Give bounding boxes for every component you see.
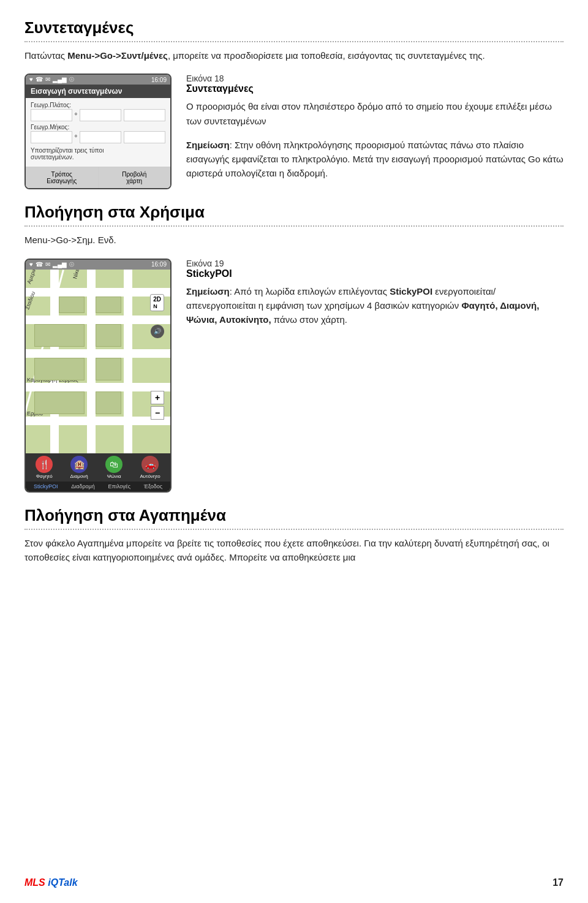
phone1-signal-icon: ▂▄▆	[53, 76, 67, 83]
phone1-status-bar: ♥ ☎ ✉ ▂▄▆ ⦾ 16:09	[26, 75, 170, 85]
page-number: 17	[552, 877, 564, 888]
map-block6	[96, 358, 121, 380]
phone1-lon-field3[interactable]	[124, 131, 165, 143]
phone2-sticky-bar: StickyPOI Διαδρομή Επιλογές Έξοδος	[26, 482, 170, 491]
section3-text: Στον φάκελο Αγαπημένα μπορείτε να βρείτε…	[24, 536, 564, 565]
section1-content: ♥ ☎ ✉ ▂▄▆ ⦾ 16:09 Εισαγωγή συντεταγμένων…	[24, 74, 564, 189]
phone1-btn2[interactable]: Προβολήχάρτη	[99, 167, 171, 188]
map-zoom-out[interactable]: −	[151, 406, 164, 420]
phone1-lat-field2[interactable]	[80, 109, 121, 121]
phone2-time: 16:09	[151, 261, 167, 268]
phone1-lon-field1[interactable]	[31, 131, 72, 143]
shop-icon-circle: 🛍	[105, 456, 123, 473]
section1-note-text: : Στην οθόνη πληκτρολόγησης προορισμού π…	[186, 140, 564, 179]
section2-note: Σημείωση: Από τη λωρίδα επιλογών επιλέγο…	[186, 284, 564, 327]
phone1-wifi-icon: ⦾	[69, 76, 74, 83]
section-ploi-xrisima: Πλοήγηση στα Χρήσιμα Menu->Go->Σημ. Ενδ.	[24, 203, 564, 247]
figure19-caption: Εικόνα 19 StickyPOI	[186, 259, 564, 279]
map-road-h5	[26, 417, 170, 425]
phone2-icon-food[interactable]: 🍴 Φαγητό	[36, 456, 53, 479]
section1-note-label: Σημείωση	[186, 140, 230, 150]
phone1-status-icons: ♥ ☎ ✉ ▂▄▆ ⦾	[29, 76, 74, 83]
phone1-bottom-bar: ΤρόποςΕισαγωγής Προβολήχάρτη	[26, 167, 170, 188]
phone-mockup-2: ♥ ☎ ✉ ▂▄▆ ⦾ 16:09	[24, 259, 172, 493]
exit-btn[interactable]: Έξοδος	[144, 483, 162, 489]
figure18-caption: Εικόνα 18 Συντεταγμένες	[186, 74, 564, 94]
phone1-lon-fields: °	[31, 131, 165, 143]
section2-subtitle: Menu->Go->Σημ. Ενδ.	[24, 233, 564, 247]
stickypoi-btn[interactable]: StickyPOI	[34, 483, 58, 489]
phone2-icon1: ♥	[29, 261, 33, 268]
section-syntetagmenes: Συντεταγμένες Πατώντας Menu->Go->Συντ/μέ…	[24, 18, 564, 62]
phone1-lon-field2[interactable]	[80, 131, 121, 143]
logo-iq: iQ	[45, 877, 58, 888]
phone1-lon-label: Γεωγρ.Μήκος:	[31, 124, 165, 130]
phone2-wifi-icon: ⦾	[69, 261, 74, 268]
section1-figure-desc: Ο προορισμός θα είναι στον πλησιέστερο δ…	[186, 99, 564, 128]
phone2-icon-stay[interactable]: 🏨 Διαμονή	[70, 456, 88, 479]
phone1-title-bar: Εισαγωγή συντεταγμένων	[26, 85, 170, 98]
map-road-h2	[26, 315, 170, 324]
figure19-title: StickyPOI	[186, 268, 232, 279]
food-label: Φαγητό	[36, 474, 53, 479]
map-speaker-icon[interactable]: 🔊	[151, 325, 164, 338]
divider1	[24, 41, 564, 42]
logo-mls: MLS	[24, 877, 45, 888]
phone2-status-icons: ♥ ☎ ✉ ▂▄▆ ⦾	[29, 261, 74, 268]
car-label: Αυτόνητο	[140, 474, 160, 479]
phone2-icon3: ✉	[45, 261, 50, 268]
section2-title: Πλοήγηση στα Χρήσιμα	[24, 203, 564, 222]
phone1-icon1: ♥	[29, 76, 33, 83]
figure19-image: ♥ ☎ ✉ ▂▄▆ ⦾ 16:09	[24, 259, 172, 493]
phone1-btn1[interactable]: ΤρόποςΕισαγωγής	[26, 167, 99, 188]
figure18-image: ♥ ☎ ✉ ▂▄▆ ⦾ 16:09 Εισαγωγή συντεταγμένων…	[24, 74, 172, 189]
intro-text: Πατώντας	[24, 50, 67, 61]
phone2-signal-icon: ▂▄▆	[53, 261, 67, 268]
map-2d-badge: 2DN	[150, 294, 164, 311]
map-block4	[96, 324, 121, 347]
mls-logo: MLS iQTalk	[24, 877, 78, 888]
divider3	[24, 529, 564, 530]
phone1-title: Εισαγωγή συντεταγμένων	[31, 87, 122, 96]
map-road-h1	[26, 288, 170, 297]
route-btn[interactable]: Διαδρομή	[71, 483, 95, 489]
phone1-lon-degree: °	[75, 131, 77, 143]
section2-note-label: Σημείωση	[186, 286, 230, 297]
map-body: Αμερικής Νίκελου Ελευθερίου Λεωφόρος Στα…	[26, 270, 170, 453]
shop-label: Ψώνια	[107, 474, 121, 479]
map-road-v2	[87, 270, 96, 453]
phone2-status-bar: ♥ ☎ ✉ ▂▄▆ ⦾ 16:09	[26, 260, 170, 270]
figure19-number: Εικόνα 19	[186, 259, 224, 268]
logo-talk: Talk	[58, 877, 77, 888]
car-icon-circle: 🚗	[141, 456, 159, 473]
intro-bold: Menu->Go->Συντ/μένες	[67, 50, 168, 61]
phone1-time: 16:09	[151, 77, 167, 83]
phone1-lat-field1[interactable]	[31, 109, 72, 121]
map-zoom-in[interactable]: +	[151, 391, 164, 404]
phone1-note: Υποστηρίζονται τρεις τύποισυντεταγμένων.	[31, 147, 165, 161]
options-btn[interactable]: Επιλογές	[108, 483, 130, 489]
map-label-ameriki: Αμερικής	[26, 270, 39, 285]
section1-intro: Πατώντας Menu->Go->Συντ/μένες, μπορείτε …	[24, 48, 564, 62]
divider2	[24, 225, 564, 227]
map-road-h4	[26, 383, 170, 391]
phone2-icon2: ☎	[36, 261, 43, 268]
intro-rest: , μπορείτε να προσδιορίσετε μια τοποθεσί…	[168, 50, 485, 61]
stay-label: Διαμονή	[70, 474, 88, 479]
section3-title: Πλοήγηση στα Αγαπημένα	[24, 506, 564, 525]
phone1-lat-fields: °	[31, 109, 165, 121]
section2-note-text3: πάνω στον χάρτη.	[271, 314, 347, 325]
phone1-body: Γεωγρ.Πλάτος: ° Γεωγρ.Μήκος: °	[26, 98, 170, 167]
map-block3	[34, 324, 85, 347]
map-n-label: N	[153, 303, 157, 309]
phone2-icon-shop[interactable]: 🛍 Ψώνια	[105, 456, 123, 479]
map-block1	[59, 297, 85, 313]
section1-note: Σημείωση: Στην οθόνη πληκτρολόγησης προο…	[186, 138, 564, 181]
phone1-lon-row: Γεωγρ.Μήκος: °	[31, 124, 165, 143]
phone2-icon-car[interactable]: 🚗 Αυτόνητο	[140, 456, 160, 479]
stay-icon-circle: 🏨	[70, 456, 88, 473]
phone2-bottom-bar: 🍴 Φαγητό 🏨 Διαμονή 🛍 Ψώνια 🚗 Αυτόνητο	[26, 453, 170, 482]
figure18-number: Εικόνα 18	[186, 74, 224, 83]
phone1-lat-field3[interactable]	[124, 109, 165, 121]
phone1-lat-row: Γεωγρ.Πλάτος: °	[31, 102, 165, 121]
